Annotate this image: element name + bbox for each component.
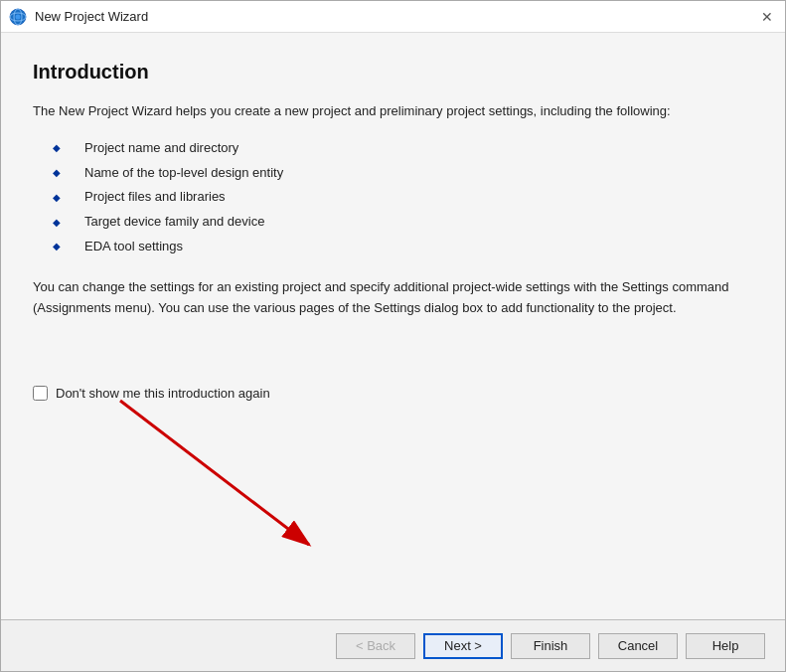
bullet-list: ◆ Project name and directory ◆ Name of t… — [33, 136, 753, 259]
bullet-icon: ◆ — [53, 140, 63, 156]
svg-line-5 — [120, 401, 309, 545]
additional-paragraph: You can change the settings for an exist… — [33, 277, 753, 319]
app-icon — [9, 8, 27, 26]
content-area: Introduction The New Project Wizard help… — [1, 33, 785, 619]
bullet-icon: ◆ — [53, 190, 63, 206]
list-item: ◆ Project files and libraries — [33, 185, 753, 210]
list-item: ◆ Name of the top-level design entity — [33, 161, 753, 186]
svg-point-3 — [16, 14, 21, 19]
finish-button[interactable]: Finish — [511, 633, 590, 659]
wizard-window: New Project Wizard ✕ Introduction The Ne… — [0, 0, 786, 672]
bullet-icon: ◆ — [53, 165, 63, 181]
arrow-annotation — [110, 391, 369, 570]
page-title: Introduction — [33, 61, 753, 84]
dont-show-label[interactable]: Don't show me this introduction again — [56, 386, 270, 401]
close-button[interactable]: ✕ — [757, 7, 777, 27]
bullet-icon: ◆ — [53, 239, 63, 254]
list-item: ◆ Target device family and device — [33, 210, 753, 235]
window-title: New Project Wizard — [35, 9, 148, 24]
help-button[interactable]: Help — [686, 633, 765, 659]
next-button[interactable]: Next > — [423, 633, 503, 659]
back-button[interactable]: < Back — [336, 633, 415, 659]
title-bar-left: New Project Wizard — [9, 8, 148, 26]
cancel-button[interactable]: Cancel — [598, 633, 678, 659]
intro-paragraph: The New Project Wizard helps you create … — [33, 101, 753, 122]
list-item: ◆ EDA tool settings — [33, 235, 753, 259]
dont-show-checkbox[interactable] — [33, 386, 48, 401]
list-item: ◆ Project name and directory — [33, 136, 753, 161]
bullet-icon: ◆ — [53, 215, 63, 231]
footer: < Back Next > Finish Cancel Help — [1, 619, 785, 671]
title-bar: New Project Wizard ✕ — [1, 1, 785, 33]
checkbox-area: Don't show me this introduction again — [33, 378, 753, 401]
